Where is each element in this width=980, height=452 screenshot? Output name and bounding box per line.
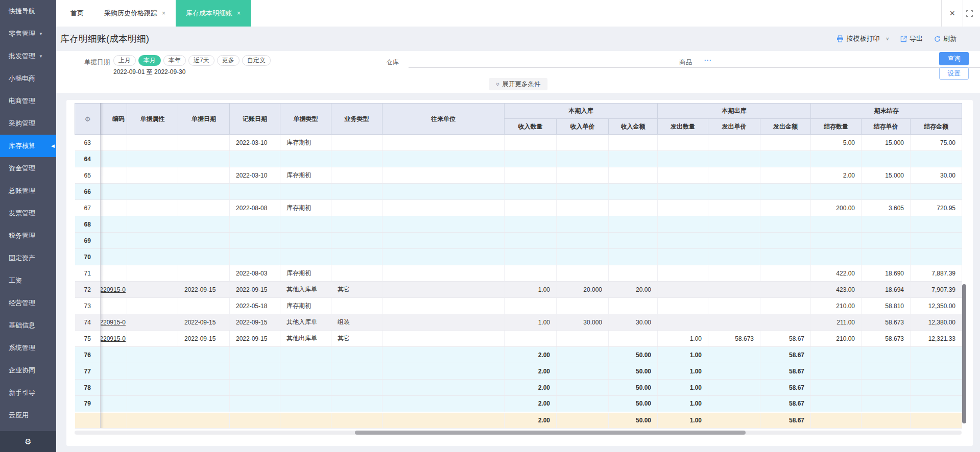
cell-docDate [178,396,230,412]
cell-num: 75 [75,331,101,347]
cell-inQty [505,151,557,167]
date-pill[interactable]: 近7天 [188,55,214,66]
chevron-down-icon[interactable]: ∨ [886,36,889,41]
cell-outAmt [760,200,811,216]
query-button[interactable]: 查询 [939,52,969,65]
expand-more-label: 展开更多条件 [502,80,540,89]
export-icon [900,36,907,42]
settings-button[interactable]: 设置 [939,67,969,80]
tab-label: 首页 [70,9,84,18]
sidebar-item-1[interactable]: 快捷导航 [0,0,56,22]
column-group-header: 期末结存 [811,104,962,119]
sidebar-item-8[interactable]: 资金管理 [0,157,56,180]
expand-more-conditions-button[interactable]: » 展开更多条件 [489,78,548,90]
cell-balPrice [862,233,911,249]
sidebar-item-3[interactable]: 批发管理▼ [0,45,56,67]
sidebar-item-18[interactable]: 新手引导 [0,382,56,404]
table-row: 75220915-02022-09-152022-09-15其他出库单其它1.0… [75,331,962,347]
date-pill[interactable]: 本年 [163,55,186,66]
cell-bizType [331,167,383,184]
horizontal-scrollbar[interactable] [355,431,746,435]
export-button[interactable]: 导出 [900,34,923,43]
print-by-template-button[interactable]: 按模板打印 ∨ [836,34,889,43]
column-group-header: 本期入库 [505,104,658,119]
cell-docType [280,396,331,412]
close-icon[interactable]: × [942,8,963,19]
sidebar-item-5[interactable]: 电商管理 [0,90,56,112]
sidebar-item-label: 固定资产 [9,254,35,263]
column-header: 单据属性 [127,104,178,135]
gear-icon[interactable]: ⚙ [25,437,31,446]
cell-docDate [178,233,230,249]
tab-close-icon[interactable]: × [237,10,241,17]
cell-num: 63 [75,135,101,151]
tabs: 首页采购历史价格跟踪×库存成本明细账× [56,0,251,27]
cell-balPrice: 58.810 [862,298,911,314]
sidebar-item-6[interactable]: 采购管理 [0,112,56,135]
sidebar-item-19[interactable]: 云应用 [0,404,56,426]
column-header: 记账日期 [230,104,280,135]
cell-num: 71 [75,265,101,282]
cell-num: 67 [75,200,101,216]
refresh-button[interactable]: 刷新 [934,34,957,43]
title-bar: 库存明细账(成本明细) 按模板打印 ∨ 导出 [56,27,980,51]
sidebar-item-12[interactable]: 固定资产 [0,247,56,269]
sidebar-item-label: 资金管理 [9,164,35,173]
sidebar-item-4[interactable]: 小畅电商 [0,67,56,90]
sidebar-item-10[interactable]: 发票管理 [0,202,56,224]
column-header: 业务类型 [331,104,383,135]
cell-inPrice [557,298,609,314]
column-header-label: 编码 [101,115,127,123]
cell-inAmt: 30.00 [609,314,658,331]
sidebar-item-2[interactable]: 零售管理▼ [0,22,56,45]
sidebar-item-14[interactable]: 经营管理 [0,292,56,314]
cell-outAmt: 58.67 [760,363,811,380]
cell-docDate [178,363,230,380]
sidebar-item-17[interactable]: 企业协同 [0,359,56,382]
gear-icon[interactable]: ⚙ [85,115,91,123]
sidebar-item-13[interactable]: 工资 [0,269,56,292]
cell-balPrice: 15.000 [862,135,911,151]
tab-2[interactable]: 采购历史价格跟踪× [94,0,176,27]
column-header: 往来单位 [383,104,505,135]
tab-3[interactable]: 库存成本明细账× [176,0,251,27]
date-pill[interactable]: 本月 [138,55,161,66]
sidebar-item-11[interactable]: 税务管理 [0,224,56,247]
product-input[interactable]: ··· [697,54,980,68]
cell-attr [127,396,178,412]
cell-balAmt: 75.00 [911,135,962,151]
tab-1[interactable]: 首页 [60,0,94,27]
cell-partner [383,200,505,216]
cell-bizType [331,396,383,412]
cell-attr [127,233,178,249]
cell-inAmt [609,216,658,233]
sidebar-item-label: 基础信息 [9,321,35,330]
cell-balPrice [862,412,911,429]
sidebar-item-16[interactable]: 系统管理 [0,337,56,359]
cell-inAmt: 50.00 [609,380,658,396]
cell-inAmt: 20.00 [609,282,658,298]
sidebar-item-7[interactable]: 库存核算◀ [0,135,56,157]
cell-acctDate: 2022-08-08 [230,200,280,216]
doc-link[interactable]: 220915-0 [101,319,126,326]
column-header: 收入金额 [609,119,658,135]
date-pill[interactable]: 自定义 [242,55,271,66]
tab-close-icon[interactable]: × [162,10,165,17]
vertical-scrollbar[interactable] [962,284,966,423]
sidebar-item-15[interactable]: 基础信息 [0,314,56,337]
sidebar-item-label: 系统管理 [9,343,35,353]
sidebar-item-9[interactable]: 总账管理 [0,180,56,202]
cell-attr [127,265,178,282]
doc-link[interactable]: 220915-0 [101,335,126,342]
cell-attr [127,380,178,396]
doc-link[interactable]: 220915-0 [101,286,126,293]
fullscreen-icon[interactable] [963,0,980,27]
cell-code [101,265,127,282]
cell-balPrice: 58.673 [862,314,911,331]
table-row: 69 [75,233,962,249]
date-pill[interactable]: 更多 [217,55,240,66]
warehouse-input[interactable]: ··· [409,54,715,68]
cell-outQty: 1.00 [658,412,708,429]
date-pill[interactable]: 上月 [113,55,136,66]
cell-inPrice [557,412,609,429]
